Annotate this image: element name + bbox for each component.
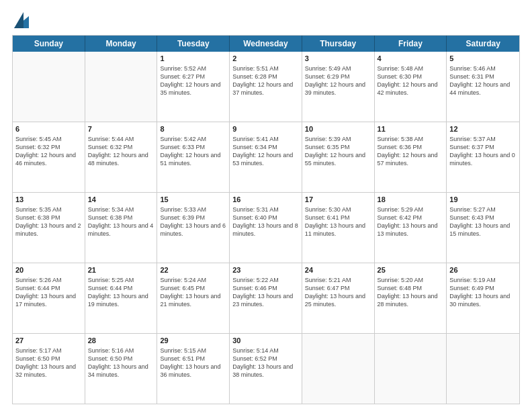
cell-info: Sunrise: 5:19 AMSunset: 6:49 PMDaylight:…	[449, 276, 517, 309]
day-cell-21: 21Sunrise: 5:25 AMSunset: 6:44 PMDayligh…	[85, 263, 158, 333]
cell-info: Sunrise: 5:46 AMSunset: 6:31 PMDaylight:…	[449, 64, 517, 97]
day-number: 27	[15, 336, 82, 346]
day-cell-10: 10Sunrise: 5:39 AMSunset: 6:35 PMDayligh…	[302, 122, 375, 192]
calendar-row-5: 27Sunrise: 5:17 AMSunset: 6:50 PMDayligh…	[13, 333, 519, 404]
weekday-header-friday: Friday	[375, 36, 447, 52]
day-number: 13	[15, 195, 82, 205]
cell-info: Sunrise: 5:17 AMSunset: 6:50 PMDaylight:…	[15, 347, 82, 379]
day-cell-13: 13Sunrise: 5:35 AMSunset: 6:38 PMDayligh…	[13, 193, 85, 263]
weekday-header-sunday: Sunday	[13, 36, 85, 52]
day-number: 26	[449, 265, 517, 275]
cell-info: Sunrise: 5:16 AMSunset: 6:50 PMDaylight:…	[88, 347, 154, 379]
cell-info: Sunrise: 5:34 AMSunset: 6:38 PMDaylight:…	[88, 205, 154, 238]
weekday-header-monday: Monday	[85, 36, 158, 52]
calendar-header: SundayMondayTuesdayWednesdayThursdayFrid…	[13, 36, 519, 52]
day-number: 9	[232, 124, 299, 134]
day-cell-empty	[447, 334, 519, 404]
cell-info: Sunrise: 5:37 AMSunset: 6:37 PMDaylight:…	[449, 135, 517, 168]
day-cell-28: 28Sunrise: 5:16 AMSunset: 6:50 PMDayligh…	[85, 334, 158, 404]
day-number: 3	[305, 54, 371, 64]
day-cell-empty	[375, 334, 447, 404]
day-number: 23	[232, 265, 299, 275]
day-cell-22: 22Sunrise: 5:24 AMSunset: 6:45 PMDayligh…	[157, 263, 230, 333]
day-cell-27: 27Sunrise: 5:17 AMSunset: 6:50 PMDayligh…	[13, 334, 85, 404]
day-cell-15: 15Sunrise: 5:33 AMSunset: 6:39 PMDayligh…	[157, 193, 230, 263]
logo-icon	[14, 9, 29, 28]
day-cell-12: 12Sunrise: 5:37 AMSunset: 6:37 PMDayligh…	[447, 122, 519, 192]
cell-info: Sunrise: 5:52 AMSunset: 6:27 PMDaylight:…	[160, 64, 226, 97]
logo	[12, 12, 29, 28]
day-number: 24	[305, 265, 371, 275]
day-cell-19: 19Sunrise: 5:27 AMSunset: 6:43 PMDayligh…	[447, 193, 519, 263]
cell-info: Sunrise: 5:22 AMSunset: 6:46 PMDaylight:…	[232, 276, 299, 309]
cell-info: Sunrise: 5:44 AMSunset: 6:32 PMDaylight:…	[88, 135, 154, 168]
day-cell-18: 18Sunrise: 5:29 AMSunset: 6:42 PMDayligh…	[375, 193, 447, 263]
cell-info: Sunrise: 5:45 AMSunset: 6:32 PMDaylight:…	[15, 135, 82, 168]
cell-info: Sunrise: 5:51 AMSunset: 6:28 PMDaylight:…	[232, 64, 299, 97]
cell-info: Sunrise: 5:15 AMSunset: 6:51 PMDaylight:…	[160, 347, 226, 379]
calendar-row-3: 13Sunrise: 5:35 AMSunset: 6:38 PMDayligh…	[13, 192, 519, 263]
weekday-header-tuesday: Tuesday	[157, 36, 230, 52]
page: SundayMondayTuesdayWednesdayThursdayFrid…	[0, 0, 532, 411]
cell-info: Sunrise: 5:42 AMSunset: 6:33 PMDaylight:…	[160, 135, 226, 168]
day-cell-9: 9Sunrise: 5:41 AMSunset: 6:34 PMDaylight…	[230, 122, 302, 192]
cell-info: Sunrise: 5:29 AMSunset: 6:42 PMDaylight:…	[378, 205, 444, 238]
day-cell-25: 25Sunrise: 5:20 AMSunset: 6:48 PMDayligh…	[375, 263, 447, 333]
calendar-row-2: 6Sunrise: 5:45 AMSunset: 6:32 PMDaylight…	[13, 122, 519, 192]
day-cell-empty	[13, 52, 85, 122]
calendar-row-1: 1Sunrise: 5:52 AMSunset: 6:27 PMDaylight…	[13, 52, 519, 122]
cell-info: Sunrise: 5:14 AMSunset: 6:52 PMDaylight:…	[232, 347, 299, 379]
day-number: 7	[88, 124, 154, 134]
day-cell-2: 2Sunrise: 5:51 AMSunset: 6:28 PMDaylight…	[230, 52, 302, 122]
cell-info: Sunrise: 5:21 AMSunset: 6:47 PMDaylight:…	[305, 276, 371, 309]
calendar: SundayMondayTuesdayWednesdayThursdayFrid…	[12, 35, 520, 404]
day-number: 8	[160, 124, 226, 134]
day-cell-4: 4Sunrise: 5:48 AMSunset: 6:30 PMDaylight…	[375, 52, 447, 122]
weekday-header-wednesday: Wednesday	[230, 36, 302, 52]
day-number: 2	[232, 54, 299, 64]
cell-info: Sunrise: 5:30 AMSunset: 6:41 PMDaylight:…	[305, 205, 371, 238]
day-number: 16	[232, 195, 299, 205]
cell-info: Sunrise: 5:27 AMSunset: 6:43 PMDaylight:…	[449, 205, 517, 238]
calendar-row-4: 20Sunrise: 5:26 AMSunset: 6:44 PMDayligh…	[13, 263, 519, 333]
day-cell-17: 17Sunrise: 5:30 AMSunset: 6:41 PMDayligh…	[302, 193, 375, 263]
day-number: 12	[449, 124, 517, 134]
day-number: 11	[378, 124, 444, 134]
day-cell-16: 16Sunrise: 5:31 AMSunset: 6:40 PMDayligh…	[230, 193, 302, 263]
cell-info: Sunrise: 5:38 AMSunset: 6:36 PMDaylight:…	[378, 135, 444, 168]
day-number: 1	[160, 54, 226, 64]
weekday-header-thursday: Thursday	[302, 36, 375, 52]
day-number: 25	[378, 265, 444, 275]
day-cell-6: 6Sunrise: 5:45 AMSunset: 6:32 PMDaylight…	[13, 122, 85, 192]
cell-info: Sunrise: 5:24 AMSunset: 6:45 PMDaylight:…	[160, 276, 226, 309]
cell-info: Sunrise: 5:48 AMSunset: 6:30 PMDaylight:…	[378, 64, 444, 97]
day-number: 4	[378, 54, 444, 64]
cell-info: Sunrise: 5:49 AMSunset: 6:29 PMDaylight:…	[305, 64, 371, 97]
day-cell-5: 5Sunrise: 5:46 AMSunset: 6:31 PMDaylight…	[447, 52, 519, 122]
day-cell-8: 8Sunrise: 5:42 AMSunset: 6:33 PMDaylight…	[157, 122, 230, 192]
day-cell-24: 24Sunrise: 5:21 AMSunset: 6:47 PMDayligh…	[302, 263, 375, 333]
day-number: 22	[160, 265, 226, 275]
cell-info: Sunrise: 5:33 AMSunset: 6:39 PMDaylight:…	[160, 205, 226, 238]
day-number: 5	[449, 54, 517, 64]
cell-info: Sunrise: 5:35 AMSunset: 6:38 PMDaylight:…	[15, 205, 82, 238]
day-number: 30	[232, 336, 299, 346]
day-number: 21	[88, 265, 154, 275]
cell-info: Sunrise: 5:41 AMSunset: 6:34 PMDaylight:…	[232, 135, 299, 168]
cell-info: Sunrise: 5:25 AMSunset: 6:44 PMDaylight:…	[88, 276, 154, 309]
day-number: 20	[15, 265, 82, 275]
cell-info: Sunrise: 5:20 AMSunset: 6:48 PMDaylight:…	[378, 276, 444, 309]
day-cell-20: 20Sunrise: 5:26 AMSunset: 6:44 PMDayligh…	[13, 263, 85, 333]
day-number: 15	[160, 195, 226, 205]
calendar-body: 1Sunrise: 5:52 AMSunset: 6:27 PMDaylight…	[13, 52, 519, 404]
day-number: 28	[88, 336, 154, 346]
day-cell-1: 1Sunrise: 5:52 AMSunset: 6:27 PMDaylight…	[157, 52, 230, 122]
day-number: 14	[88, 195, 154, 205]
day-number: 6	[15, 124, 82, 134]
day-cell-29: 29Sunrise: 5:15 AMSunset: 6:51 PMDayligh…	[157, 334, 230, 404]
day-cell-26: 26Sunrise: 5:19 AMSunset: 6:49 PMDayligh…	[447, 263, 519, 333]
cell-info: Sunrise: 5:39 AMSunset: 6:35 PMDaylight:…	[305, 135, 371, 168]
cell-info: Sunrise: 5:31 AMSunset: 6:40 PMDaylight:…	[232, 205, 299, 238]
day-number: 29	[160, 336, 226, 346]
day-number: 10	[305, 124, 371, 134]
